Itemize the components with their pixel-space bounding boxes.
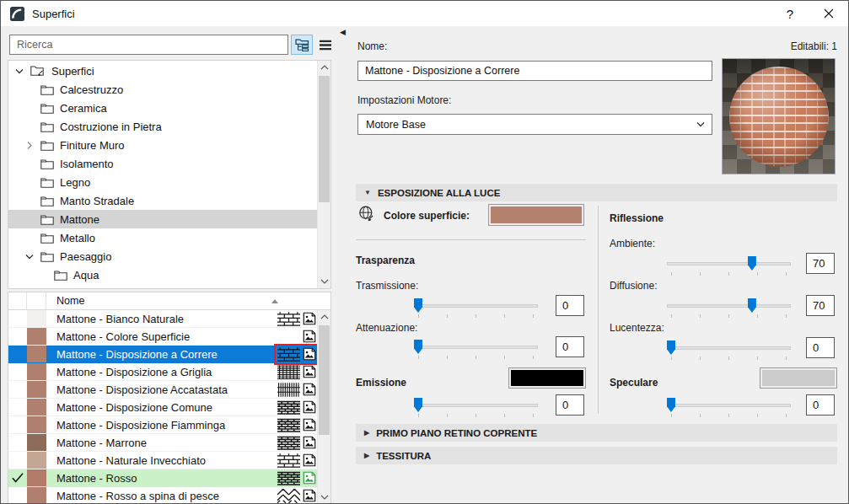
tree-item-aqua[interactable]: Aqua xyxy=(8,265,317,284)
tree-item-ceramica[interactable]: Ceramica xyxy=(8,99,317,117)
tree-item-isolamento[interactable]: Isolamento xyxy=(8,154,317,173)
diffusione-value-input[interactable] xyxy=(806,295,835,316)
slider-thumb[interactable] xyxy=(748,256,756,271)
tree-item-paesaggio[interactable]: Paesaggio xyxy=(8,247,317,265)
tree-item-label: Legno xyxy=(60,176,90,189)
diffusione-slider[interactable] xyxy=(667,298,791,319)
surface-color-chip xyxy=(27,487,46,504)
folder-icon xyxy=(54,270,67,281)
triangle-down-icon: ▼ xyxy=(364,189,371,196)
collapse-left-panel-button[interactable]: ◀ xyxy=(340,28,346,36)
slider-thumb[interactable] xyxy=(414,340,422,354)
slider-ticks xyxy=(671,414,787,417)
scroll-up-icon[interactable] xyxy=(318,310,330,324)
divider xyxy=(598,206,599,414)
scroll-up-icon[interactable] xyxy=(318,61,330,74)
attenuazione-slider[interactable] xyxy=(414,339,538,360)
folder-icon xyxy=(40,103,54,114)
emission-color-swatch[interactable] xyxy=(508,367,586,389)
slider-track[interactable] xyxy=(414,346,538,349)
slider-track[interactable] xyxy=(667,404,791,407)
slider-thumb[interactable] xyxy=(667,340,675,355)
surface-row[interactable]: Mattone - Bianco Naturale xyxy=(8,310,330,328)
trasmissione-value-input[interactable] xyxy=(556,295,584,316)
fill-pattern-icon xyxy=(277,418,300,432)
chevron-down-icon[interactable] xyxy=(15,67,30,75)
list-scrollbar[interactable] xyxy=(317,310,330,504)
trasmissione-slider[interactable] xyxy=(414,298,538,319)
ambiente-value-input[interactable] xyxy=(806,253,835,274)
section-primo-piano-retino[interactable]: ▶ PRIMO PIANO RETINO COPRENTE xyxy=(356,424,837,442)
chevron-down-icon[interactable] xyxy=(25,253,40,260)
surface-row[interactable]: Mattone - Marrone xyxy=(8,434,330,452)
tree-item-costruzione-in-pietra[interactable]: Costruzione in Pietra xyxy=(8,117,317,136)
speculare-value-input[interactable] xyxy=(806,394,835,416)
tree-view-toggle-button[interactable] xyxy=(291,35,313,55)
slider-track[interactable] xyxy=(414,304,538,308)
surface-row[interactable]: Mattone - Rosso a spina di pesce xyxy=(8,487,330,504)
surface-row[interactable]: Mattone - Disposizione Comune xyxy=(8,399,330,416)
surface-row-active[interactable]: Mattone - Rosso xyxy=(8,469,330,487)
tree-item-metallo[interactable]: Metallo xyxy=(8,228,317,247)
slider-track[interactable] xyxy=(667,262,791,265)
slider-track[interactable] xyxy=(667,346,791,350)
search-input[interactable] xyxy=(9,35,288,55)
section-tessitura[interactable]: ▶ TESSITURA xyxy=(356,447,837,464)
tree-item-label: Paesaggio xyxy=(60,250,111,263)
surface-row[interactable]: Mattone - Disposizione Fiamminga xyxy=(8,416,330,434)
tree-scrollbar[interactable] xyxy=(317,61,330,288)
close-button[interactable] xyxy=(814,1,843,26)
preview-sphere xyxy=(729,67,829,167)
left-panel: Superfici Calcestruzzo Ceramica Costruzi… xyxy=(1,26,336,504)
surface-row[interactable]: Mattone - Colore Superficie xyxy=(8,328,330,346)
name-column-header[interactable]: Nome xyxy=(46,295,84,307)
scroll-down-icon[interactable] xyxy=(318,275,330,288)
emissione-slider[interactable] xyxy=(414,397,538,418)
texture-icon xyxy=(303,436,316,449)
surface-row[interactable]: Mattone - Disposizione a Griglia xyxy=(8,363,330,381)
surface-color-swatch[interactable] xyxy=(488,204,584,226)
emissione-value-input[interactable] xyxy=(556,394,584,416)
help-button[interactable]: ? xyxy=(776,1,804,26)
lucentezza-value-input[interactable] xyxy=(806,337,835,358)
slider-thumb[interactable] xyxy=(414,298,422,313)
tree-item-mattone[interactable]: Mattone xyxy=(8,210,317,228)
fill-pattern-icon xyxy=(277,383,300,397)
slider-track[interactable] xyxy=(667,304,791,308)
slider-ticks xyxy=(671,357,787,360)
specular-color-swatch[interactable] xyxy=(760,367,837,389)
surface-color-chip xyxy=(27,416,46,433)
lucentezza-slider[interactable] xyxy=(667,340,791,361)
slider-thumb[interactable] xyxy=(748,298,756,313)
ambiente-slider[interactable] xyxy=(667,255,791,276)
surface-name-input[interactable] xyxy=(357,61,712,81)
slider-thumb[interactable] xyxy=(414,398,422,412)
material-preview[interactable] xyxy=(722,58,836,174)
surface-row[interactable]: Mattone - Disposizione Accatastata xyxy=(8,381,330,399)
scroll-down-icon[interactable] xyxy=(318,491,330,504)
slider-thumb[interactable] xyxy=(667,398,675,412)
trasmissione-label: Trasmissione: xyxy=(356,280,418,292)
list-header[interactable]: Nome xyxy=(8,292,330,310)
slider-ticks xyxy=(418,356,534,359)
engine-select[interactable]: Motore Base xyxy=(357,114,712,135)
attenuazione-value-input[interactable] xyxy=(556,336,584,357)
speculare-slider[interactable] xyxy=(667,397,791,418)
section-esposizione-alla-luce[interactable]: ▼ ESPOSIZIONE ALLA LUCE xyxy=(356,184,837,201)
surface-row[interactable]: Mattone - Naturale Invecchiato xyxy=(8,452,330,469)
scrollbar-thumb[interactable] xyxy=(319,325,330,435)
tree-item-calcestruzzo[interactable]: Calcestruzzo xyxy=(8,80,317,99)
slider-track[interactable] xyxy=(414,404,538,407)
app-icon xyxy=(10,7,24,21)
list-view-toggle-button[interactable] xyxy=(314,35,336,55)
tree-item-legno[interactable]: Legno xyxy=(8,173,317,191)
chevron-right-icon[interactable] xyxy=(25,142,40,149)
tree-item-superfici[interactable]: Superfici xyxy=(8,62,317,80)
lucentezza-label: Lucentezza: xyxy=(610,322,664,334)
surface-row-selected[interactable]: Mattone - Disposizione a Correre xyxy=(8,346,330,363)
scrollbar-thumb[interactable] xyxy=(319,76,330,202)
list-icon xyxy=(319,39,332,51)
tree-item-manto-stradale[interactable]: Manto Stradale xyxy=(8,191,317,210)
swatch-column-header xyxy=(27,292,46,309)
tree-item-finiture-muro[interactable]: Finiture Muro xyxy=(8,136,317,154)
